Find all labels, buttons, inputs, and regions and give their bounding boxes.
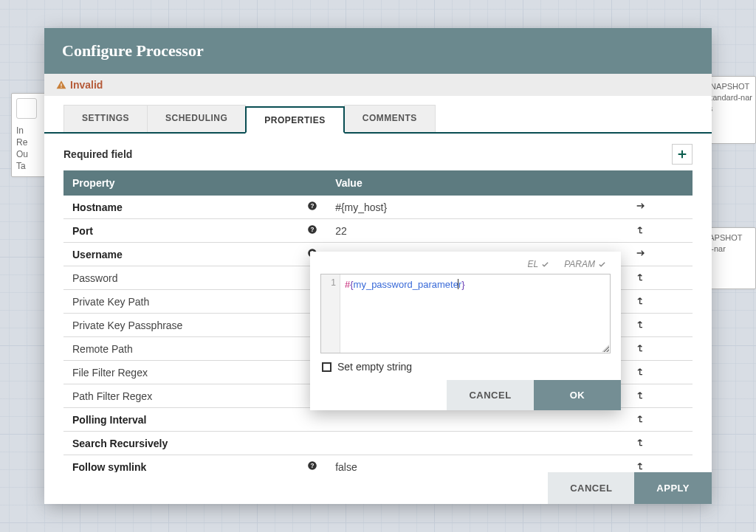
line-number: 1 [331,277,336,288]
popover-cancel-button[interactable]: CANCEL [447,380,534,410]
svg-text:?: ? [311,227,315,233]
property-name: Remote Path [72,343,133,355]
arrow-up-icon[interactable] [635,436,647,450]
property-name-cell: Path Filter Regex [63,384,326,407]
arrow-up-icon[interactable] [635,412,647,426]
property-name: Port [72,225,93,237]
property-value-cell[interactable]: false [326,455,626,472]
property-name: Polling Interval [72,414,146,426]
property-action-cell [626,196,693,218]
property-row[interactable]: Hostname?#{my_host} [63,196,693,219]
modal-footer: CANCEL APPLY [44,472,712,504]
tab-settings[interactable]: SETTINGS [63,105,148,132]
arrow-up-icon[interactable] [635,389,647,403]
tab-scheduling[interactable]: SCHEDULING [147,105,246,132]
property-row[interactable]: Search Recursively [63,432,693,455]
property-name: File Filter Regex [72,367,148,379]
col-property: Property [63,170,326,196]
property-value-cell[interactable] [326,408,626,431]
invalid-label: Invalid [70,79,103,91]
property-name: Private Key Path [72,296,149,308]
processor-type-icon [16,98,37,119]
plus-icon [676,148,688,160]
property-name: Private Key Passphrase [72,319,182,331]
col-value: Value [326,170,626,196]
set-empty-string-row[interactable]: Set empty string [310,353,621,380]
arrow-up-icon[interactable] [635,318,647,332]
property-name-cell: Port? [63,219,326,242]
invalid-badge: Invalid [56,79,103,91]
arrow-up-icon[interactable] [635,271,647,285]
popover-actions: CANCEL OK [310,380,621,410]
help-icon[interactable]: ? [307,460,317,472]
help-icon[interactable]: ? [307,201,317,213]
status-bar: Invalid [44,74,712,96]
property-action-cell [626,219,693,242]
arrow-up-icon[interactable] [635,224,647,238]
value-editor-popover: EL PARAM 1 #{my_password_parameter} Set … [310,252,621,410]
editor-textarea[interactable]: #{my_password_parameter} [340,274,610,353]
property-action-cell [626,384,693,407]
property-value-cell[interactable]: #{my_host} [326,196,626,218]
el-supported: EL [528,259,550,269]
property-name-cell: Polling Interval [63,408,326,431]
property-action-cell [626,361,693,384]
check-icon [598,260,606,269]
help-icon[interactable]: ? [307,224,317,237]
arrow-up-icon[interactable] [635,460,647,472]
col-actions [626,170,693,196]
property-name-cell: Private Key Path [63,290,326,313]
warning-icon [56,80,66,90]
property-action-cell [626,243,693,266]
arrow-up-icon[interactable] [635,342,647,356]
arrow-right-icon[interactable] [635,200,647,214]
check-icon [541,260,549,269]
property-value-cell[interactable] [326,432,626,455]
property-action-cell [626,266,693,289]
property-row[interactable]: Polling Interval [63,408,693,432]
resize-handle-icon[interactable] [600,343,609,352]
property-name-cell: Private Key Passphrase [63,314,326,336]
svg-rect-0 [61,83,61,86]
popover-ok-button[interactable]: OK [534,380,621,410]
property-action-cell [626,337,693,360]
cancel-button[interactable]: CANCEL [548,472,634,504]
property-row[interactable]: Port?22 [63,219,693,243]
property-action-cell [626,408,693,431]
apply-button[interactable]: APPLY [634,472,712,504]
property-name-cell: Hostname? [63,196,326,218]
property-action-cell [626,432,693,455]
set-empty-string-label: Set empty string [337,361,412,373]
tab-comments[interactable]: COMMENTS [344,105,436,132]
property-name-cell: Search Recursively [63,432,326,455]
svg-rect-1 [61,87,61,88]
property-name-cell: Remote Path [63,337,326,360]
set-empty-string-checkbox[interactable] [322,362,331,372]
expr-inner: my_password_paramete [354,279,458,290]
property-value-cell[interactable]: 22 [326,219,626,242]
arrow-up-icon[interactable] [635,365,647,379]
tab-properties[interactable]: PROPERTIES [245,106,344,134]
property-name-cell: File Filter Regex [63,361,326,384]
properties-table-header: Property Value [63,170,693,196]
property-action-cell [626,455,693,472]
property-name: Hostname [72,201,123,213]
expr-rbrace: } [461,279,464,290]
arrow-up-icon[interactable] [635,294,647,308]
property-name-cell: Username? [63,243,326,266]
property-action-cell [626,314,693,336]
property-row[interactable]: Follow symlink?false [63,455,693,472]
property-name-cell: Password [63,266,326,289]
modal-title: Configure Processor [44,28,712,74]
arrow-right-icon[interactable] [635,247,647,261]
add-property-button[interactable] [672,144,693,165]
property-name: Username [72,249,123,260]
editor-gutter: 1 [321,274,340,353]
property-name: Password [72,272,117,284]
value-editor[interactable]: 1 #{my_password_parameter} [320,274,611,353]
required-field-label: Required field [63,148,132,160]
param-label: PARAM [564,259,595,269]
tab-bar: SETTINGS SCHEDULING PROPERTIES COMMENTS [44,96,712,134]
text-caret [458,279,458,289]
svg-text:?: ? [311,463,315,469]
